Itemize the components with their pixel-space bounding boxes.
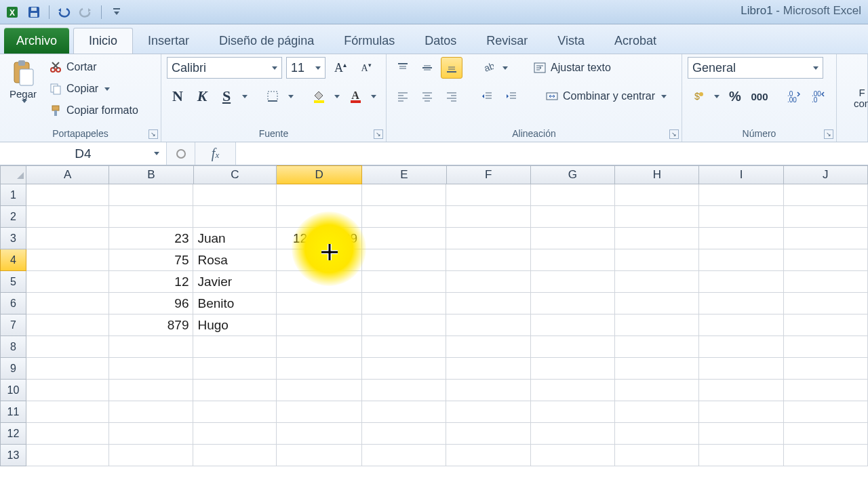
- cell[interactable]: [362, 336, 446, 358]
- col-header-B[interactable]: B: [109, 165, 193, 184]
- insert-function-button[interactable]: fx: [195, 142, 236, 165]
- tab-file[interactable]: Archivo: [4, 28, 69, 54]
- cell[interactable]: [26, 314, 109, 336]
- cell[interactable]: 75: [109, 249, 193, 271]
- copy-button[interactable]: Copiar: [46, 79, 141, 99]
- tab-revisar[interactable]: Revisar: [471, 28, 542, 54]
- cell[interactable]: [362, 249, 446, 271]
- cell[interactable]: [699, 423, 783, 445]
- cell[interactable]: [699, 293, 783, 314]
- align-left-button[interactable]: [392, 85, 414, 107]
- bold-button[interactable]: N: [167, 85, 189, 107]
- cell[interactable]: [446, 445, 530, 466]
- col-header-G[interactable]: G: [531, 165, 615, 184]
- cell[interactable]: [699, 445, 783, 466]
- row-header[interactable]: 9: [0, 358, 26, 380]
- cell[interactable]: [362, 184, 446, 206]
- cell[interactable]: [531, 249, 615, 271]
- dialog-launcher-icon[interactable]: ↘: [374, 129, 383, 139]
- cell[interactable]: [277, 380, 362, 401]
- cell[interactable]: [784, 293, 868, 314]
- cell[interactable]: [362, 206, 446, 228]
- accounting-format-button[interactable]: $: [688, 85, 709, 107]
- cell[interactable]: [277, 206, 362, 228]
- cell[interactable]: [531, 336, 615, 358]
- orientation-dropdown[interactable]: [498, 57, 510, 79]
- name-box[interactable]: D4: [0, 142, 167, 165]
- italic-button[interactable]: K: [191, 85, 213, 107]
- font-size-combo[interactable]: 11: [286, 57, 326, 79]
- cell[interactable]: [784, 206, 868, 228]
- row-header[interactable]: 12: [0, 423, 26, 445]
- cell[interactable]: [26, 423, 109, 445]
- cell[interactable]: [193, 380, 276, 401]
- col-header-E[interactable]: E: [362, 165, 446, 184]
- cell[interactable]: [531, 314, 615, 336]
- cell[interactable]: [446, 423, 530, 445]
- dialog-launcher-icon[interactable]: ↘: [824, 129, 833, 139]
- tab-acrobat[interactable]: Acrobat: [599, 28, 671, 54]
- cell[interactable]: [531, 271, 615, 293]
- align-bottom-button[interactable]: [441, 57, 462, 79]
- cell[interactable]: [784, 401, 868, 423]
- cell[interactable]: [699, 358, 783, 380]
- cell[interactable]: 12: [109, 271, 193, 293]
- font-color-dropdown[interactable]: [366, 85, 378, 107]
- cell[interactable]: [193, 358, 276, 380]
- cell[interactable]: Rosa: [193, 249, 276, 271]
- cell[interactable]: [193, 336, 276, 358]
- cell[interactable]: [531, 401, 615, 423]
- underline-dropdown[interactable]: [237, 85, 250, 107]
- cell[interactable]: [784, 249, 868, 271]
- cell[interactable]: [193, 401, 276, 423]
- row-header[interactable]: 1: [0, 184, 26, 206]
- borders-button[interactable]: [262, 85, 283, 107]
- cell[interactable]: [615, 206, 699, 228]
- cell[interactable]: [699, 184, 783, 206]
- cell[interactable]: [277, 401, 362, 423]
- cell[interactable]: [615, 423, 699, 445]
- cell[interactable]: [446, 358, 530, 380]
- cell[interactable]: [615, 445, 699, 466]
- cell[interactable]: [699, 271, 783, 293]
- cell[interactable]: [446, 249, 530, 271]
- cell[interactable]: [362, 358, 446, 380]
- align-right-button[interactable]: [441, 85, 462, 107]
- shrink-font-button[interactable]: A▾: [355, 57, 377, 79]
- cell[interactable]: [615, 228, 699, 249]
- cell[interactable]: [531, 206, 615, 228]
- row-header[interactable]: 3: [0, 228, 26, 249]
- cell[interactable]: [784, 228, 868, 249]
- merge-center-button[interactable]: Combinar y centrar: [542, 85, 669, 107]
- cell[interactable]: [277, 271, 362, 293]
- tab-inicio[interactable]: Inicio: [73, 28, 133, 54]
- save-icon[interactable]: [24, 4, 43, 20]
- cell[interactable]: [277, 445, 362, 466]
- cell[interactable]: [362, 228, 446, 249]
- row-header[interactable]: 10: [0, 380, 26, 401]
- cell[interactable]: [784, 314, 868, 336]
- align-center-button[interactable]: [416, 85, 438, 107]
- cell[interactable]: [531, 228, 615, 249]
- cell[interactable]: [26, 358, 109, 380]
- row-header[interactable]: 4: [0, 249, 26, 271]
- row-header[interactable]: 2: [0, 206, 26, 228]
- cell[interactable]: [362, 271, 446, 293]
- cell[interactable]: [109, 445, 193, 466]
- cell[interactable]: [699, 336, 783, 358]
- row-header[interactable]: 11: [0, 401, 26, 423]
- tab-insertar[interactable]: Insertar: [133, 28, 204, 54]
- cell[interactable]: [531, 184, 615, 206]
- cell[interactable]: 96: [109, 293, 193, 314]
- cell[interactable]: Hugo: [193, 314, 276, 336]
- cell[interactable]: [109, 206, 193, 228]
- cell[interactable]: [531, 423, 615, 445]
- fill-color-dropdown[interactable]: [330, 85, 342, 107]
- font-name-combo[interactable]: Calibri: [167, 57, 282, 79]
- underline-button[interactable]: S: [216, 85, 237, 107]
- accounting-dropdown[interactable]: [709, 85, 722, 107]
- cell[interactable]: [615, 336, 699, 358]
- cell[interactable]: [784, 445, 868, 466]
- dialog-launcher-icon[interactable]: ↘: [669, 129, 679, 139]
- undo-icon[interactable]: [55, 4, 74, 20]
